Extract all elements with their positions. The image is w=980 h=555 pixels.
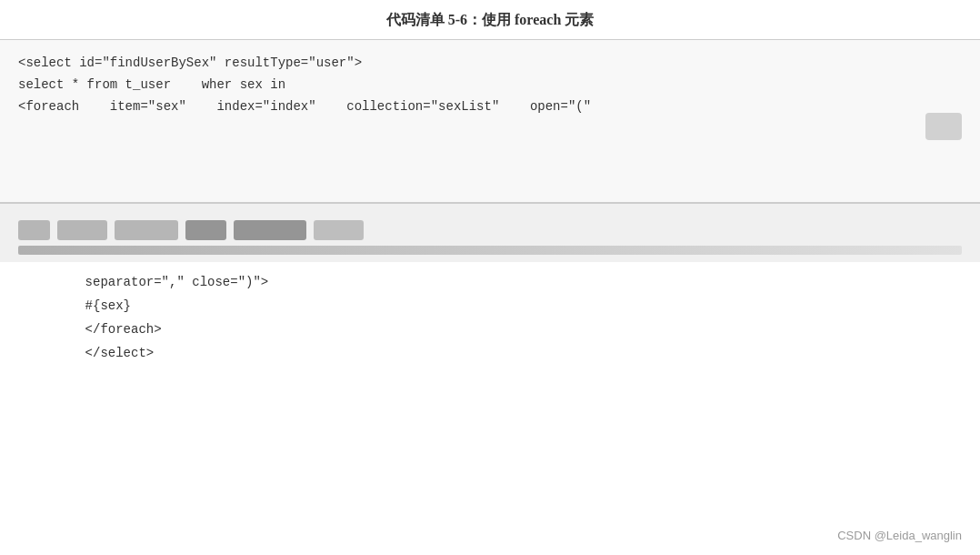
code-line-1: <select id="findUserBySex" resultType="u… [18,53,962,75]
middle-section [0,204,980,262]
code-line-bottom-2: #{sex} [55,295,962,318]
code-line-2: select * from t_user wher sex in [18,75,962,96]
scroll-indicator[interactable] [925,113,962,140]
redacted-block-4 [185,220,226,240]
code-line-3: <foreach item="sex" index="index" collec… [18,96,962,118]
blurred-bar-row [18,220,962,240]
redacted-block-6 [314,220,364,240]
code-section-top: <select id="findUserBySex" resultType="u… [0,40,980,204]
redacted-full-bar [18,246,962,255]
title-area: 代码清单 5-6：使用 foreach 元素 [0,0,980,40]
code-section-bottom: separator="," close=")"> #{sex} </foreac… [0,262,980,375]
code-line-bottom-3: </foreach> [55,318,962,342]
redacted-block-2 [57,220,107,240]
redacted-block-3 [115,220,178,240]
page-container: 代码清单 5-6：使用 foreach 元素 <select id="findU… [0,0,980,555]
code-line-bottom-4: </select> [55,342,962,366]
page-title: 代码清单 5-6：使用 foreach 元素 [386,12,595,27]
code-line-bottom-1: separator="," close=")"> [55,271,962,295]
footer-attribution: CSDN @Leida_wanglin [837,529,962,542]
redacted-block-5 [234,220,306,240]
redacted-block-1 [18,220,50,240]
